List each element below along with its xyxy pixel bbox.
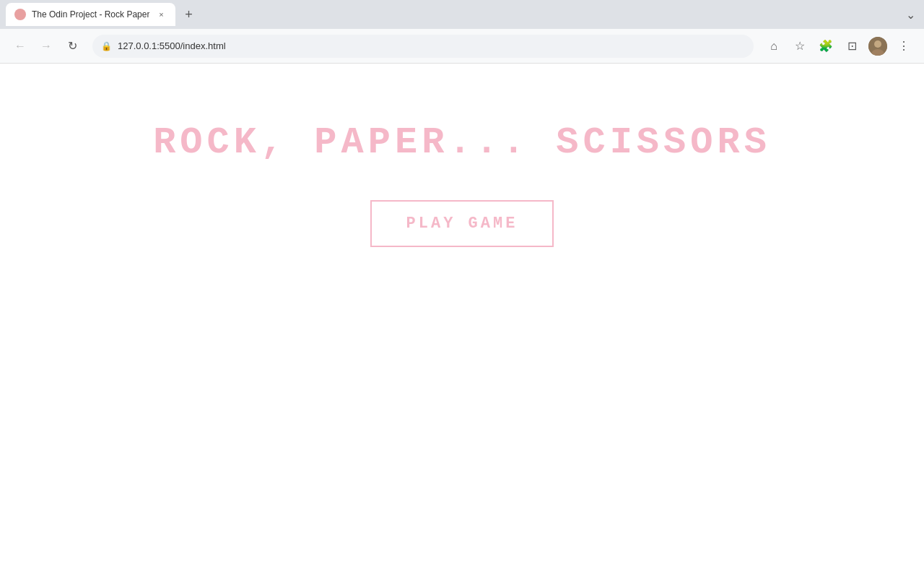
home-icon: ⌂: [770, 40, 777, 53]
svg-point-0: [17, 11, 24, 18]
play-game-button[interactable]: PLAY GAME: [370, 200, 554, 247]
tab-title: The Odin Project - Rock Paper: [32, 9, 149, 20]
tab-close-button[interactable]: ×: [155, 9, 167, 20]
reload-icon: ↻: [68, 39, 77, 53]
home-button[interactable]: ⌂: [762, 35, 785, 58]
browser-chrome: The Odin Project - Rock Paper × + ⌄ ← → …: [0, 0, 924, 64]
active-tab[interactable]: The Odin Project - Rock Paper ×: [6, 3, 175, 26]
reload-button[interactable]: ↻: [61, 35, 84, 58]
lock-icon: 🔒: [101, 41, 112, 51]
game-title: ROCK, PAPER... SCISSORS: [153, 121, 771, 164]
back-icon: ←: [14, 40, 26, 53]
puzzle-icon: 🧩: [819, 39, 833, 53]
menu-button[interactable]: ⋮: [892, 35, 915, 58]
tab-bar-right: ⌄: [903, 5, 918, 25]
layout-icon: ⊡: [847, 39, 857, 53]
new-tab-button[interactable]: +: [178, 4, 199, 25]
layout-button[interactable]: ⊡: [840, 35, 863, 58]
profile-button[interactable]: [866, 35, 889, 58]
star-icon: ☆: [795, 39, 805, 53]
address-bar-input[interactable]: [118, 40, 745, 51]
page-content: ROCK, PAPER... SCISSORS PLAY GAME: [0, 64, 924, 578]
svg-point-2: [874, 40, 881, 48]
tab-favicon: [14, 9, 26, 20]
bookmark-button[interactable]: ☆: [788, 35, 811, 58]
extensions-button[interactable]: 🧩: [814, 35, 837, 58]
tab-bar: The Odin Project - Rock Paper × + ⌄: [0, 0, 924, 29]
nav-bar: ← → ↻ 🔒 ⌂ ☆ 🧩 ⊡: [0, 29, 924, 64]
menu-icon: ⋮: [898, 39, 910, 53]
nav-right-icons: ⌂ ☆ 🧩 ⊡ ⋮: [762, 35, 915, 58]
forward-button[interactable]: →: [35, 35, 58, 58]
forward-icon: →: [40, 40, 52, 53]
tab-list-icon[interactable]: ⌄: [903, 5, 918, 25]
address-bar-container[interactable]: 🔒: [92, 35, 754, 58]
back-button[interactable]: ←: [9, 35, 32, 58]
avatar: [868, 37, 887, 56]
